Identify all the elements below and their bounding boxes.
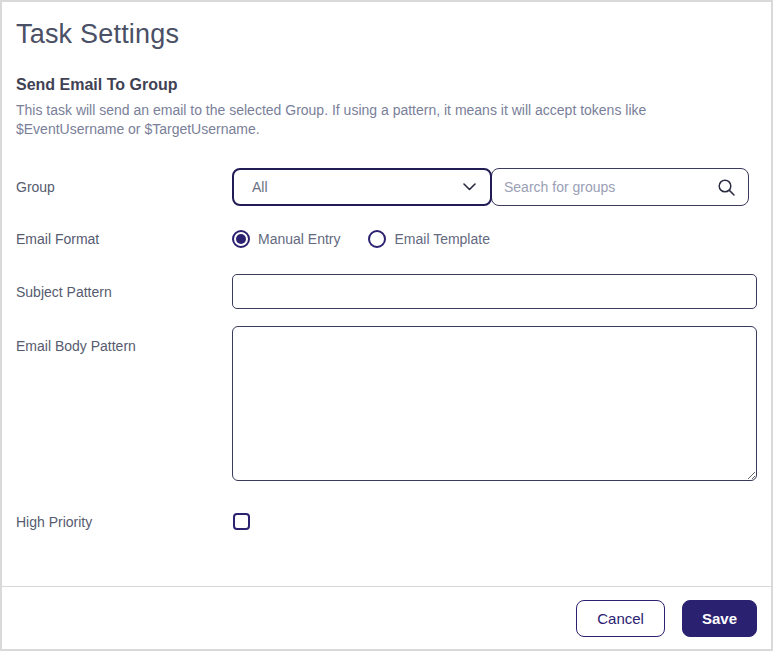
subject-pattern-row: Subject Pattern xyxy=(16,274,757,309)
subject-pattern-label: Subject Pattern xyxy=(16,284,232,300)
search-icon xyxy=(717,178,736,197)
subject-pattern-input[interactable] xyxy=(232,274,757,309)
high-priority-checkbox[interactable] xyxy=(233,513,250,530)
panel-content: Task Settings Send Email To Group This t… xyxy=(2,2,771,530)
manual-entry-radio-label: Manual Entry xyxy=(258,231,340,247)
radio-option-manual-entry[interactable]: Manual Entry xyxy=(232,230,340,248)
task-name-heading: Send Email To Group xyxy=(16,76,757,94)
task-description: This task will send an email to the sele… xyxy=(16,101,757,139)
group-search-box xyxy=(491,168,749,206)
email-body-pattern-label: Email Body Pattern xyxy=(16,338,232,354)
save-button[interactable]: Save xyxy=(682,600,757,637)
task-settings-panel: Task Settings Send Email To Group This t… xyxy=(0,0,773,651)
email-format-row: Email Format Manual Entry Email Template xyxy=(16,230,757,248)
high-priority-label: High Priority xyxy=(16,514,232,530)
email-body-pattern-row: Email Body Pattern xyxy=(16,326,757,481)
radio-option-email-template[interactable]: Email Template xyxy=(368,230,489,248)
manual-entry-radio[interactable] xyxy=(232,230,250,248)
page-title: Task Settings xyxy=(16,2,757,50)
email-format-options: Manual Entry Email Template xyxy=(232,230,490,248)
email-template-radio[interactable] xyxy=(368,230,386,248)
email-body-pattern-textarea[interactable] xyxy=(232,326,757,481)
group-search-input[interactable] xyxy=(504,179,717,195)
email-format-label: Email Format xyxy=(16,231,232,247)
group-row: Group All xyxy=(16,168,757,206)
email-template-radio-label: Email Template xyxy=(394,231,489,247)
chevron-down-icon xyxy=(463,183,476,191)
group-select-value: All xyxy=(252,179,268,195)
cancel-button[interactable]: Cancel xyxy=(576,600,665,637)
footer-bar: Cancel Save xyxy=(2,586,771,649)
group-label: Group xyxy=(16,179,232,195)
group-select[interactable]: All xyxy=(232,168,492,206)
high-priority-row: High Priority xyxy=(16,513,757,530)
